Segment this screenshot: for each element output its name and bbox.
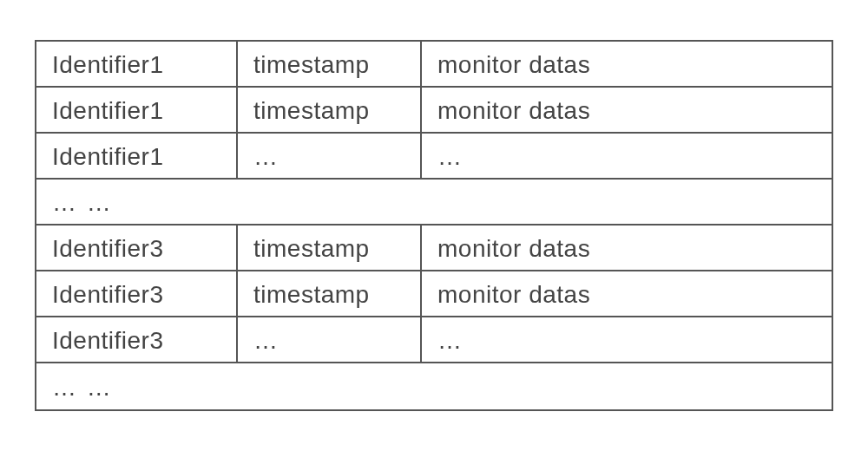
cell-gap: … … xyxy=(36,363,832,409)
table-gap-row: … … xyxy=(36,180,832,226)
table-row: Identifier3 timestamp monitor datas xyxy=(36,226,832,271)
schema-table: Identifier1 timestamp monitor datas Iden… xyxy=(35,40,833,411)
cell-monitor: monitor datas xyxy=(422,271,832,316)
cell-identifier: Identifier3 xyxy=(36,317,238,362)
table-row: Identifier1 timestamp monitor datas xyxy=(36,88,832,134)
cell-identifier: Identifier1 xyxy=(36,134,238,178)
cell-identifier: Identifier1 xyxy=(36,42,238,86)
cell-ellipsis: … xyxy=(238,317,422,362)
table-row: Identifier3 … … xyxy=(36,317,832,363)
cell-ellipsis: … xyxy=(238,134,422,178)
cell-timestamp: timestamp xyxy=(238,226,422,270)
cell-monitor: monitor datas xyxy=(422,88,832,132)
table-row: Identifier1 … … xyxy=(36,134,832,180)
cell-gap: … … xyxy=(36,180,832,224)
cell-monitor: monitor datas xyxy=(422,226,832,270)
cell-identifier: Identifier3 xyxy=(36,271,238,316)
cell-timestamp: timestamp xyxy=(238,42,422,86)
table-row: Identifier3 timestamp monitor datas xyxy=(36,271,832,317)
table-gap-row: … … xyxy=(36,363,832,409)
cell-timestamp: timestamp xyxy=(238,88,422,132)
cell-ellipsis: … xyxy=(422,317,832,362)
table-row: Identifier1 timestamp monitor datas xyxy=(36,42,832,88)
cell-timestamp: timestamp xyxy=(238,271,422,316)
cell-monitor: monitor datas xyxy=(422,42,832,86)
cell-identifier: Identifier1 xyxy=(36,88,238,132)
cell-identifier: Identifier3 xyxy=(36,226,238,270)
cell-ellipsis: … xyxy=(422,134,832,178)
